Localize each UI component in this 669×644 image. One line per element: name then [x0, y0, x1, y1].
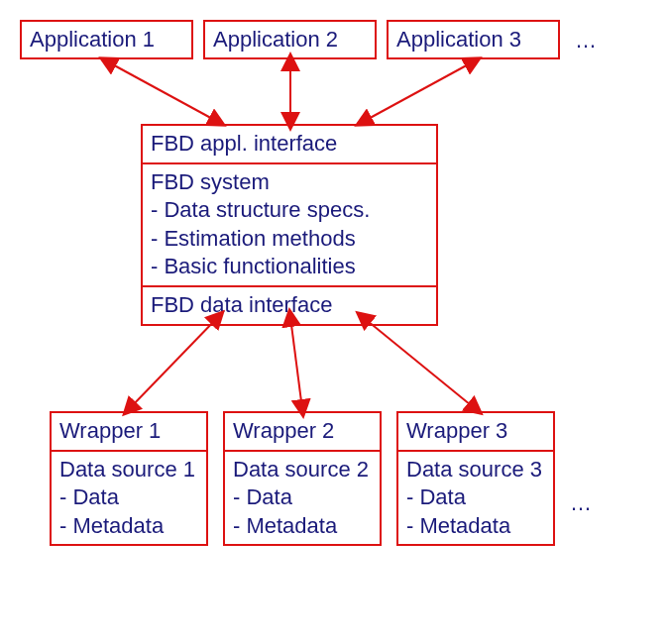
wrapper-item: - Data — [59, 483, 198, 512]
application-label: Application 3 — [396, 27, 521, 52]
application-box-1: Application 1 — [20, 20, 193, 59]
svg-line-3 — [129, 317, 218, 409]
applications-ellipsis: … — [575, 28, 597, 54]
fbd-appl-interface: FBD appl. interface — [143, 126, 436, 162]
wrapper-source: Data source 2 — [233, 456, 372, 484]
application-box-3: Application 3 — [387, 20, 560, 59]
wrapper-item: - Metadata — [406, 512, 545, 541]
wrapper-item: - Metadata — [233, 512, 372, 541]
wrappers-ellipsis: … — [570, 490, 592, 516]
fbd-system-item: - Data structure specs. — [151, 196, 428, 225]
fbd-system-title: FBD system — [151, 168, 428, 197]
wrapper-source: Data source 1 — [59, 456, 198, 484]
wrapper-item: - Data — [233, 483, 372, 512]
fbd-data-interface: FBD data interface — [143, 285, 436, 324]
svg-line-4 — [290, 317, 302, 409]
wrapper-title: Wrapper 3 — [398, 413, 553, 450]
wrapper-title: Wrapper 1 — [52, 413, 206, 450]
wrapper-source: Data source 3 — [406, 456, 545, 484]
svg-line-2 — [363, 61, 474, 122]
wrapper-title: Wrapper 2 — [225, 413, 380, 450]
application-label: Application 1 — [30, 27, 155, 52]
fbd-core-box: FBD appl. interface FBD system - Data st… — [141, 124, 438, 326]
svg-line-0 — [107, 61, 218, 122]
application-label: Application 2 — [213, 27, 338, 52]
wrapper-box-1: Wrapper 1 Data source 1 - Data - Metadat… — [50, 411, 208, 546]
fbd-system-item: - Basic functionalities — [151, 253, 428, 281]
wrapper-box-3: Wrapper 3 Data source 3 - Data - Metadat… — [396, 411, 555, 546]
wrapper-item: - Data — [406, 483, 545, 512]
fbd-system-item: - Estimation methods — [151, 225, 428, 254]
application-box-2: Application 2 — [203, 20, 377, 59]
wrapper-item: - Metadata — [59, 512, 198, 541]
svg-line-5 — [363, 317, 476, 409]
wrapper-box-2: Wrapper 2 Data source 2 - Data - Metadat… — [223, 411, 382, 546]
